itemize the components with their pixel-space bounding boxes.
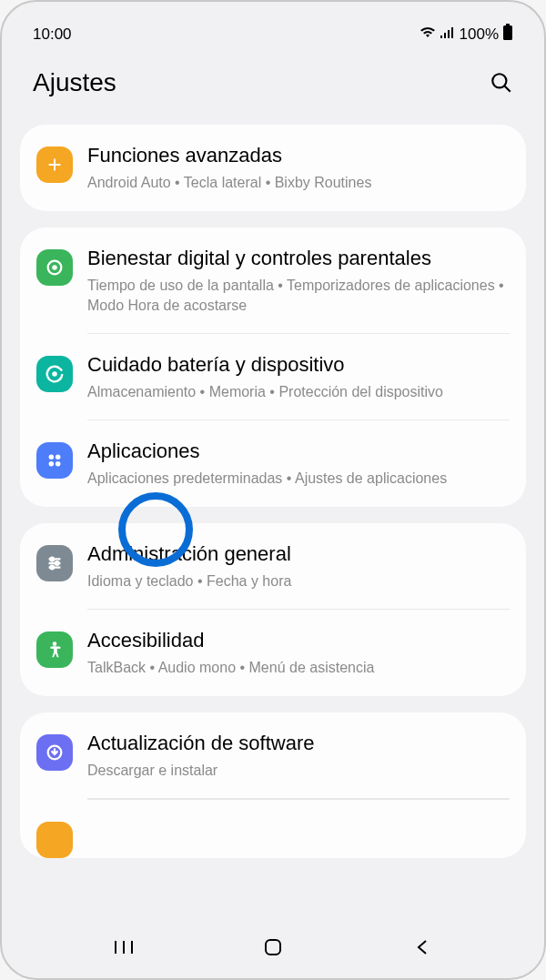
svg-rect-0 xyxy=(506,24,510,25)
settings-item-digital-wellbeing[interactable]: Bienestar digital y controles parentales… xyxy=(20,227,526,334)
page-title: Ajustes xyxy=(33,68,116,97)
apps-icon xyxy=(36,442,73,479)
sliders-icon xyxy=(36,545,73,581)
svg-point-15 xyxy=(50,558,54,561)
svg-rect-23 xyxy=(266,940,280,955)
svg-rect-1 xyxy=(503,25,512,40)
search-icon[interactable] xyxy=(490,71,513,95)
status-time: 10:00 xyxy=(33,25,72,44)
settings-item-advanced-features[interactable]: Funciones avanzadas Android Auto • Tecla… xyxy=(20,125,526,211)
navigation-bar xyxy=(13,922,533,967)
svg-point-17 xyxy=(50,566,54,570)
settings-group: Funciones avanzadas Android Auto • Tecla… xyxy=(20,125,526,211)
item-title: Aplicaciones xyxy=(87,439,510,465)
download-icon xyxy=(36,734,73,771)
svg-point-9 xyxy=(56,455,60,460)
accessibility-icon xyxy=(36,631,73,668)
info-icon xyxy=(36,822,73,858)
refresh-icon xyxy=(36,356,73,392)
svg-point-7 xyxy=(52,372,57,378)
item-subtitle: Aplicaciones predeterminadas • Ajustes d… xyxy=(87,469,510,489)
item-title: Bienestar digital y controles parentales xyxy=(87,246,510,272)
item-subtitle: Idioma y teclado • Fecha y hora xyxy=(87,571,510,591)
svg-point-2 xyxy=(492,74,506,87)
item-subtitle: Descargar e instalar xyxy=(87,761,510,781)
battery-text: 100% xyxy=(460,25,499,44)
settings-group: Administración general Idioma y teclado … xyxy=(20,523,526,696)
item-subtitle: TalkBack • Audio mono • Menú de asistenc… xyxy=(87,658,510,678)
svg-point-6 xyxy=(52,265,57,270)
battery-icon xyxy=(502,24,513,45)
item-title: Accesibilidad xyxy=(87,628,510,654)
settings-item-software-update[interactable]: Actualización de software Descargar e in… xyxy=(20,712,526,799)
signal-icon xyxy=(440,25,456,44)
item-title: Actualización de software xyxy=(87,731,510,757)
item-title: Administración general xyxy=(87,541,510,568)
settings-group: Actualización de software Descargar e in… xyxy=(20,712,526,858)
status-bar: 10:00 100% xyxy=(13,13,533,52)
settings-group: Bienestar digital y controles parentales… xyxy=(20,227,526,507)
settings-item-general-management[interactable]: Administración general Idioma y teclado … xyxy=(20,523,526,610)
settings-item-battery-device-care[interactable]: Cuidado batería y dispositivo Almacenami… xyxy=(20,334,526,420)
header: Ajustes xyxy=(13,52,533,125)
svg-point-16 xyxy=(56,561,59,565)
heart-circle-icon xyxy=(36,249,73,286)
svg-line-3 xyxy=(504,86,511,92)
settings-item-partial[interactable] xyxy=(20,800,526,858)
svg-point-11 xyxy=(56,461,60,467)
home-button[interactable] xyxy=(255,936,291,958)
item-title: Cuidado batería y dispositivo xyxy=(87,352,510,379)
svg-point-8 xyxy=(49,455,55,460)
settings-item-accessibility[interactable]: Accesibilidad TalkBack • Audio mono • Me… xyxy=(20,610,526,696)
item-subtitle: Tiempo de uso de la pantalla • Temporiza… xyxy=(87,276,510,317)
recents-button[interactable] xyxy=(106,936,142,958)
item-subtitle: Android Auto • Tecla lateral • Bixby Rou… xyxy=(87,173,510,193)
plus-icon xyxy=(36,146,73,183)
svg-point-18 xyxy=(53,642,57,647)
item-title: Funciones avanzadas xyxy=(87,143,510,169)
back-button[interactable] xyxy=(404,936,440,958)
svg-point-10 xyxy=(49,461,55,467)
settings-list: Funciones avanzadas Android Auto • Tecla… xyxy=(13,125,533,922)
item-subtitle: Almacenamiento • Memoria • Protección de… xyxy=(87,382,510,402)
settings-item-applications[interactable]: Aplicaciones Aplicaciones predeterminada… xyxy=(20,420,526,507)
wifi-icon xyxy=(420,25,436,44)
